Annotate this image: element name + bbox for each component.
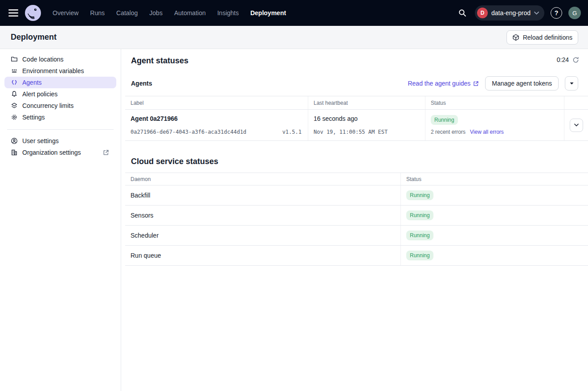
reload-definitions-label: Reload definitions bbox=[523, 34, 572, 41]
sidebar-item-code-locations[interactable]: Code locations bbox=[4, 54, 116, 65]
sidebar-item-label: Agents bbox=[22, 79, 42, 86]
agent-guides-link[interactable]: Read the agent guides bbox=[408, 80, 479, 87]
avatar-initial: G bbox=[572, 10, 577, 16]
col-header-label: Label bbox=[125, 96, 308, 109]
caret-down-icon bbox=[570, 82, 574, 85]
user-icon bbox=[11, 137, 18, 144]
sidebar-item-label: User settings bbox=[22, 137, 59, 144]
agents-table: Label Last heartbeat Status Agent 0a2719… bbox=[125, 96, 588, 141]
sidebar-item-label: Code locations bbox=[22, 56, 64, 63]
daemon-row-backfill: Backfill Running bbox=[125, 185, 588, 206]
nav-link-runs[interactable]: Runs bbox=[90, 9, 105, 16]
sidebar-item-agents[interactable]: Agents bbox=[4, 77, 116, 88]
daemon-name: Run queue bbox=[125, 246, 401, 265]
heartbeat-timestamp: Nov 19, 11:00:55 AM EST bbox=[314, 129, 419, 135]
sidebar-item-concurrency-limits[interactable]: Concurrency limits bbox=[4, 100, 116, 111]
top-nav: Overview Runs Catalog Jobs Automation In… bbox=[0, 0, 588, 26]
cloud-service-statuses-title: Cloud service statuses bbox=[131, 157, 588, 166]
hamburger-menu-icon[interactable] bbox=[6, 6, 20, 20]
reload-definitions-button[interactable]: Reload definitions bbox=[506, 30, 578, 45]
search-icon[interactable] bbox=[456, 7, 469, 19]
deployment-name: data-eng-prod bbox=[491, 9, 531, 16]
heartbeat-relative: 16 seconds ago bbox=[314, 115, 419, 122]
building-icon bbox=[11, 149, 18, 156]
user-avatar[interactable]: G bbox=[568, 7, 581, 19]
page-title: Deployment bbox=[11, 33, 57, 42]
layers-icon bbox=[11, 102, 18, 109]
status-badge: Running bbox=[406, 230, 433, 240]
gear-icon bbox=[11, 114, 18, 121]
sidebar-item-label: Organization settings bbox=[22, 149, 81, 156]
agent-statuses-title: Agent statuses bbox=[131, 56, 588, 66]
agent-name: Agent 0a271966 bbox=[131, 115, 302, 122]
chevron-down-icon bbox=[574, 123, 579, 127]
view-all-errors-link[interactable]: View all errors bbox=[470, 129, 504, 135]
primary-nav: Overview Runs Catalog Jobs Automation In… bbox=[53, 9, 286, 16]
status-badge: Running bbox=[406, 210, 433, 220]
sidebar-item-environment-variables[interactable]: Environment variables bbox=[4, 65, 116, 77]
sidebar-item-label: Environment variables bbox=[22, 67, 84, 74]
help-icon[interactable]: ? bbox=[551, 7, 562, 19]
status-badge: Running bbox=[431, 115, 458, 125]
env-vars-icon bbox=[11, 67, 18, 74]
agent-version: v1.5.1 bbox=[282, 129, 302, 135]
sidebar-item-label: Settings bbox=[22, 114, 45, 121]
sidebar-item-label: Alert policies bbox=[22, 91, 57, 98]
col-header-actions bbox=[564, 96, 588, 109]
sidebar-item-settings[interactable]: Settings bbox=[4, 111, 116, 123]
chevron-down-icon bbox=[534, 12, 539, 15]
col-header-status: Status bbox=[425, 96, 564, 109]
deployment-initial-badge: D bbox=[477, 8, 488, 18]
countdown-value: 0:24 bbox=[557, 56, 569, 63]
nav-link-automation[interactable]: Automation bbox=[174, 9, 206, 16]
nav-link-overview[interactable]: Overview bbox=[53, 9, 78, 16]
recent-errors-count: 2 recent errors bbox=[431, 129, 466, 135]
deployment-switcher[interactable]: D data-eng-prod bbox=[475, 5, 544, 21]
main-content: Agent statuses 0:24 Agents Read the agen… bbox=[121, 49, 588, 391]
page-header: Deployment Reload definitions bbox=[0, 26, 588, 49]
nav-link-jobs[interactable]: Jobs bbox=[149, 9, 163, 16]
col-header-daemon: Daemon bbox=[125, 173, 401, 185]
daemon-row-run-queue: Run queue Running bbox=[125, 246, 588, 266]
nav-link-insights[interactable]: Insights bbox=[217, 9, 239, 16]
sidebar-item-organization-settings[interactable]: Organization settings bbox=[4, 147, 116, 158]
col-header-heartbeat: Last heartbeat bbox=[308, 96, 425, 109]
col-header-status: Status bbox=[401, 173, 588, 185]
refresh-icon[interactable] bbox=[572, 57, 579, 63]
cloud-table-header: Daemon Status bbox=[125, 173, 588, 185]
nav-link-deployment[interactable]: Deployment bbox=[250, 9, 286, 16]
bell-icon bbox=[11, 91, 18, 98]
daemon-name: Scheduler bbox=[125, 226, 401, 245]
agents-more-actions-button[interactable] bbox=[565, 76, 578, 91]
dagster-logo[interactable] bbox=[24, 4, 42, 22]
sidebar-item-alert-policies[interactable]: Alert policies bbox=[4, 88, 116, 100]
cloud-services-table: Daemon Status Backfill Running Sensors R… bbox=[125, 173, 588, 266]
refresh-countdown: 0:24 bbox=[557, 56, 579, 63]
daemon-name: Backfill bbox=[125, 185, 401, 205]
manage-tokens-label: Manage agent tokens bbox=[492, 80, 552, 87]
agent-row-expand-button[interactable] bbox=[570, 119, 583, 132]
agents-icon bbox=[11, 79, 18, 86]
agents-heading: Agents bbox=[131, 80, 152, 87]
help-glyph: ? bbox=[555, 9, 559, 16]
nav-link-catalog[interactable]: Catalog bbox=[116, 9, 138, 16]
folder-icon bbox=[11, 56, 18, 63]
deployment-sidebar: Code locations Environment variables Age… bbox=[0, 49, 121, 391]
external-link-icon bbox=[473, 81, 479, 86]
agents-table-header: Label Last heartbeat Status bbox=[125, 96, 588, 110]
sidebar-item-user-settings[interactable]: User settings bbox=[4, 135, 116, 147]
sidebar-item-label: Concurrency limits bbox=[22, 102, 74, 109]
daemon-name: Sensors bbox=[125, 206, 401, 225]
external-link-icon bbox=[103, 149, 109, 156]
status-badge: Running bbox=[406, 190, 433, 200]
reload-definitions-icon bbox=[512, 34, 519, 41]
daemon-row-sensors: Sensors Running bbox=[125, 206, 588, 226]
agent-row: Agent 0a271966 0a271966-de67-4043-a3f6-a… bbox=[125, 110, 588, 141]
sidebar-divider bbox=[7, 129, 114, 130]
agent-guides-label: Read the agent guides bbox=[408, 80, 470, 87]
manage-agent-tokens-button[interactable]: Manage agent tokens bbox=[485, 76, 559, 91]
agent-id: 0a271966-de67-4043-a3f6-aca31dc44d1d bbox=[131, 129, 246, 135]
status-badge: Running bbox=[406, 251, 433, 260]
daemon-row-scheduler: Scheduler Running bbox=[125, 226, 588, 246]
